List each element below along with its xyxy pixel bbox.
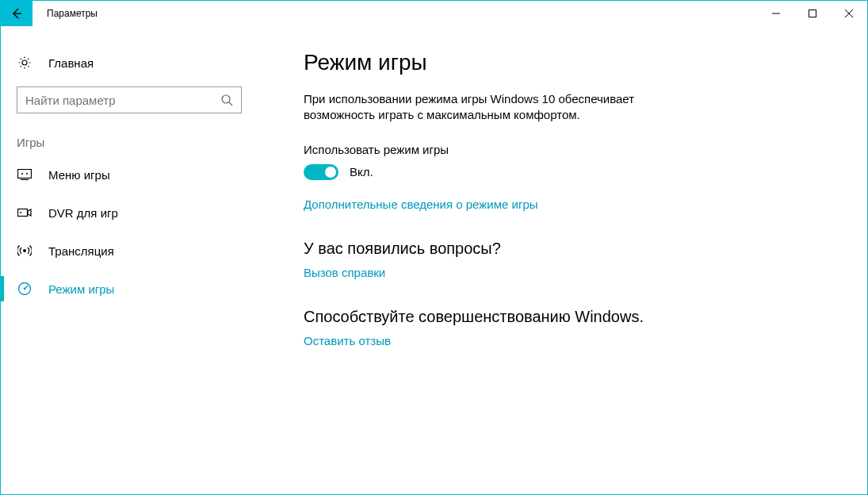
search-box[interactable] [17, 86, 242, 113]
page-title: Режим игры [304, 50, 835, 75]
minimize-icon [772, 10, 780, 17]
toggle-label: Использовать режим игры [304, 143, 835, 156]
home-label: Главная [48, 56, 94, 70]
close-icon [845, 10, 853, 17]
speedometer-icon [17, 282, 33, 296]
titlebar: Параметры [1, 1, 867, 26]
settings-window: Параметры [0, 0, 868, 495]
sidebar-item-label: Меню игры [48, 168, 110, 182]
sidebar-item-label: Режим игры [48, 282, 114, 296]
gear-icon [17, 56, 33, 70]
svg-point-10 [26, 173, 28, 175]
broadcast-icon [17, 244, 33, 258]
feedback-heading: Способствуйте совершенствованию Windows. [304, 308, 835, 326]
window-controls [758, 1, 867, 26]
sidebar-item-label: DVR для игр [48, 206, 118, 220]
svg-point-12 [20, 212, 21, 213]
svg-line-6 [229, 102, 232, 106]
minimize-button[interactable] [758, 1, 794, 26]
back-button[interactable] [1, 1, 33, 26]
page-description: При использовании режима игры Windows 10… [304, 91, 684, 124]
window-body: Главная Игры [1, 26, 867, 494]
game-bar-icon [17, 169, 33, 180]
svg-point-9 [21, 173, 23, 175]
toggle-status: Вкл. [350, 165, 373, 178]
sidebar: Главная Игры [1, 26, 254, 494]
svg-point-5 [222, 95, 230, 103]
more-info-link[interactable]: Дополнительные сведения о режиме игры [304, 198, 835, 211]
sidebar-item-label: Трансляция [48, 244, 114, 258]
sidebar-item-broadcast[interactable]: Трансляция [1, 232, 254, 270]
feedback-link[interactable]: Оставить отзыв [304, 334, 835, 347]
arrow-left-icon [10, 7, 23, 20]
maximize-icon [809, 10, 816, 17]
search-icon [220, 94, 233, 106]
sidebar-item-game-dvr[interactable]: DVR для игр [1, 194, 254, 232]
main-content: Режим игры При использовании режима игры… [254, 26, 867, 494]
window-title: Параметры [33, 1, 758, 26]
search-container [1, 80, 254, 126]
dvr-icon [17, 207, 33, 218]
game-mode-toggle[interactable] [304, 164, 338, 180]
maximize-button[interactable] [794, 1, 831, 26]
svg-rect-11 [18, 209, 28, 217]
svg-point-13 [23, 249, 26, 252]
help-link[interactable]: Вызов справки [304, 266, 835, 279]
svg-rect-2 [809, 10, 816, 17]
svg-point-16 [24, 288, 26, 290]
close-button[interactable] [831, 1, 867, 26]
svg-rect-7 [18, 170, 32, 178]
sidebar-item-game-bar[interactable]: Меню игры [1, 155, 254, 194]
category-label: Игры [1, 126, 254, 155]
sidebar-item-game-mode[interactable]: Режим игры [1, 270, 254, 308]
questions-heading: У вас появились вопросы? [304, 240, 835, 258]
search-input[interactable] [25, 94, 220, 107]
toggle-row: Вкл. [304, 164, 835, 180]
home-button[interactable]: Главная [1, 45, 254, 80]
